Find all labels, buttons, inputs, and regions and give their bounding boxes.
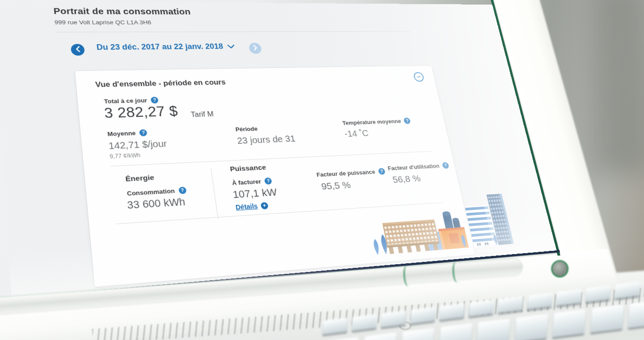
help-icon[interactable]: ? bbox=[178, 187, 186, 194]
keyboard-key bbox=[527, 292, 552, 309]
chevron-right-icon bbox=[253, 45, 258, 52]
help-icon[interactable]: ? bbox=[403, 118, 411, 124]
utilization-factor-label-text: Facteur d'utilisation bbox=[387, 163, 440, 172]
keyboard-key bbox=[322, 317, 348, 334]
keyboard-key bbox=[477, 318, 510, 340]
keyboard-key bbox=[515, 314, 548, 340]
section-vertical-divider bbox=[211, 169, 218, 219]
plus-icon: + bbox=[260, 202, 269, 209]
keyboard-key bbox=[552, 309, 586, 337]
period-dropdown[interactable]: Du 23 déc. 2017 au 22 janv. 2018 bbox=[96, 42, 236, 52]
stat-label: Température moyenne bbox=[342, 118, 402, 126]
help-icon[interactable]: ? bbox=[378, 168, 385, 175]
energy-section-title: Énergie bbox=[125, 173, 155, 183]
details-link[interactable]: Détails + bbox=[235, 202, 269, 211]
stat-subvalue: 9,77 ¢/kWh bbox=[109, 151, 169, 160]
next-period-button[interactable] bbox=[248, 43, 262, 54]
billable-value: 107,1 kW bbox=[232, 187, 277, 201]
keyboard-key bbox=[439, 323, 472, 340]
help-icon[interactable]: ? bbox=[442, 162, 449, 169]
keyboard-key bbox=[615, 282, 640, 299]
stat-value: 23 jours de 31 bbox=[236, 134, 296, 146]
stat-temperature: Température moyenne? -14 ˚C bbox=[342, 118, 414, 139]
keyboard-key bbox=[325, 337, 358, 340]
keyboard-key bbox=[590, 305, 623, 333]
consumption-label: Consommation ? bbox=[126, 187, 186, 197]
keyboard-key bbox=[556, 289, 581, 306]
keyboard-key bbox=[628, 300, 644, 328]
consumption-label-text: Consommation bbox=[126, 187, 175, 197]
billable-label: À facturer ? bbox=[231, 177, 272, 187]
hinge-cap-right bbox=[452, 261, 462, 283]
keyboard-key bbox=[352, 314, 377, 331]
chevron-left-icon bbox=[75, 46, 80, 53]
keyboard-key bbox=[498, 296, 523, 313]
stat-value: 142,71 $/jour bbox=[108, 139, 167, 152]
stat-label: Moyenne bbox=[107, 130, 136, 137]
stat-label: Période bbox=[235, 125, 258, 133]
details-link-text: Détails bbox=[235, 202, 258, 211]
power-factor-label: Facteur de puissance ? bbox=[316, 168, 385, 178]
help-icon[interactable]: ? bbox=[264, 177, 273, 185]
utilization-factor-label: Facteur d'utilisation ? bbox=[387, 162, 449, 172]
keyboard-key bbox=[363, 333, 396, 340]
keyboard-key bbox=[381, 310, 406, 327]
tariff-label: Tarif M bbox=[190, 110, 214, 119]
header-divider bbox=[55, 31, 410, 33]
total-label-text: Total à ce jour bbox=[104, 97, 147, 105]
keyboard-key bbox=[586, 285, 611, 302]
utilization-factor-value: 56,8 % bbox=[391, 173, 421, 185]
keyboard-key bbox=[469, 300, 494, 317]
keyboard-key bbox=[401, 328, 434, 340]
card-title: Vue d'ensemble - période en cours bbox=[95, 78, 226, 89]
billable-label-text: À facturer bbox=[231, 178, 261, 186]
collapse-card-button[interactable]: − bbox=[413, 72, 425, 82]
page-title: Portrait de ma consommation bbox=[53, 6, 191, 17]
power-factor-value: 95,5 % bbox=[321, 180, 352, 192]
help-icon[interactable]: ? bbox=[150, 97, 159, 104]
previous-period-button[interactable] bbox=[70, 44, 85, 56]
consumption-value: 33 600 kWh bbox=[126, 196, 186, 212]
stat-period: Période 23 jours de 31 bbox=[235, 124, 296, 146]
total-value: 3 282,27 $ bbox=[104, 103, 179, 122]
cityscape-illustration bbox=[363, 192, 520, 263]
portal-page: Portrait de ma consommation 999 rue Volt… bbox=[0, 1, 557, 298]
hinge-cap-left bbox=[403, 265, 413, 287]
power-section-title: Puissance bbox=[230, 163, 267, 173]
chevron-down-icon bbox=[227, 42, 236, 51]
latch-button bbox=[551, 260, 569, 278]
page-address: 999 rue Volt Laprise QC L1A 3H6 bbox=[54, 19, 152, 26]
keyboard-key bbox=[439, 303, 465, 320]
background-dark-band bbox=[593, 0, 644, 175]
help-icon[interactable]: ? bbox=[139, 129, 148, 136]
keyboard-key bbox=[410, 307, 436, 324]
stat-value: -14 ˚C bbox=[344, 127, 414, 139]
stat-average: Moyenne? 142,71 $/jour 9,77 ¢/kWh bbox=[107, 129, 169, 160]
power-factor-label-text: Facteur de puissance bbox=[316, 169, 376, 178]
period-label: Du 23 déc. 2017 au 22 janv. 2018 bbox=[96, 42, 224, 52]
laptop-screen: Portrait de ma consommation 999 rue Volt… bbox=[0, 1, 557, 298]
